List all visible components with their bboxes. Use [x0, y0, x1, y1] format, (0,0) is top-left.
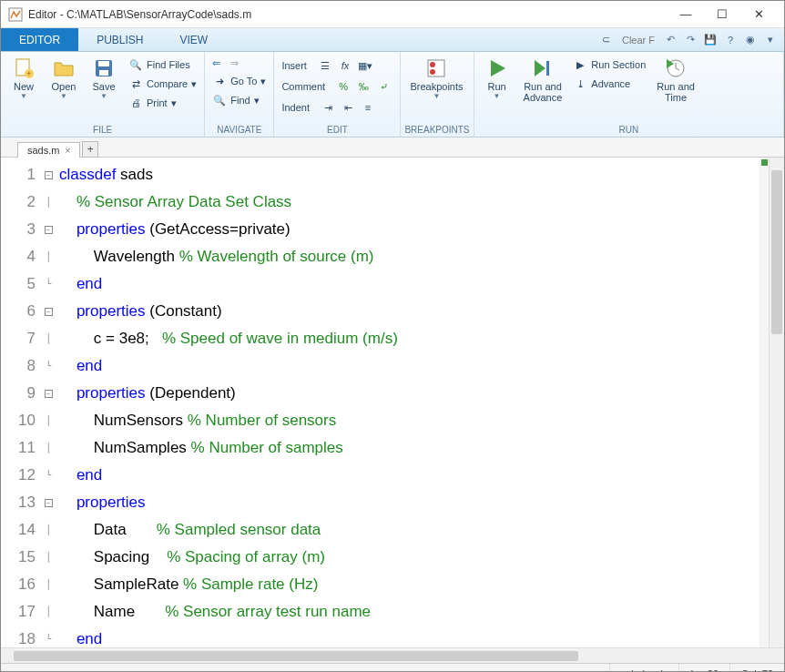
find-files-button[interactable]: 🔍Find Files	[125, 56, 200, 74]
horizontal-scrollbar-thumb[interactable]	[14, 651, 578, 661]
svg-rect-5	[98, 61, 109, 66]
run-section-button[interactable]: ▶Run Section	[569, 56, 649, 74]
comment-row[interactable]: Comment % ‰ ⤶	[278, 76, 396, 97]
svg-marker-10	[491, 60, 505, 76]
open-icon	[53, 57, 75, 79]
search-input[interactable]: Clear F	[618, 34, 658, 46]
arrow-left-icon: ⇐	[212, 57, 220, 69]
line-number-gutter: 123456789101112131415161718	[1, 158, 41, 647]
save-icon[interactable]: 💾	[702, 32, 719, 48]
document-tab-bar: sads.m × +	[1, 137, 784, 158]
tab-publish[interactable]: PUBLISH	[78, 28, 161, 51]
insert-row[interactable]: Insert ☰ fx ▦▾	[278, 56, 396, 76]
svg-text:+: +	[26, 69, 31, 78]
compare-button[interactable]: ⇄Compare ▾	[125, 75, 200, 93]
code-editor[interactable]: 123456789101112131415161718 −│−│└−│└−││└…	[1, 158, 784, 647]
save-button[interactable]: Save▼	[85, 54, 123, 102]
code-indicator-strip	[760, 158, 769, 647]
status-col: Col 73	[729, 664, 784, 672]
nav-back-button[interactable]: ⇐ ⇒	[209, 56, 270, 71]
run-time-icon	[665, 57, 687, 79]
svg-rect-7	[428, 60, 444, 76]
undo-icon[interactable]: ↶	[662, 32, 678, 48]
wrap-comment-icon[interactable]: ⤶	[375, 78, 392, 95]
compare-icon: ⇄	[128, 76, 143, 91]
indent-row[interactable]: Indent ⇥ ⇤ ≡	[278, 97, 396, 117]
ribbon: + New▼ Open▼ Save▼ 🔍Find Files ⇄Compare …	[1, 52, 784, 137]
redo-icon[interactable]: ↷	[682, 32, 698, 48]
run-section-icon: ▶	[573, 57, 587, 72]
save-icon	[93, 57, 115, 79]
advance-icon: ⤓	[573, 76, 587, 91]
outdent-icon[interactable]: ⇤	[340, 99, 356, 116]
find-icon: 🔍	[212, 93, 227, 107]
print-button[interactable]: 🖨Print ▾	[125, 94, 200, 112]
horizontal-scrollbar[interactable]	[1, 647, 784, 663]
close-tab-icon[interactable]: ×	[65, 146, 70, 156]
ribbon-group-edit: Insert ☰ fx ▦▾ Comment % ‰ ⤶ Indent ⇥ ⇤ …	[274, 52, 401, 137]
tab-editor[interactable]: EDITOR	[1, 28, 78, 51]
run-icon	[486, 57, 508, 79]
svg-rect-12	[546, 61, 549, 76]
ribbon-group-breakpoints: Breakpoints▼ BREAKPOINTS	[401, 52, 474, 137]
help-icon[interactable]: ?	[722, 32, 739, 48]
svg-point-8	[430, 62, 435, 67]
fold-gutter[interactable]: −│−│└−│└−││└−││││└	[41, 158, 56, 647]
comment-icon[interactable]: %	[335, 78, 352, 95]
vertical-scrollbar-thumb[interactable]	[771, 170, 782, 334]
goto-icon: ➜	[212, 74, 227, 88]
run-button[interactable]: Run▼	[478, 54, 516, 102]
status-function-path: sads / sads	[609, 664, 679, 672]
maximize-button[interactable]: ☐	[704, 2, 740, 27]
new-button[interactable]: + New▼	[5, 54, 43, 102]
new-icon: +	[13, 57, 35, 79]
ribbon-group-run: Run▼ Run and Advance ▶Run Section ⤓Advan…	[474, 52, 784, 137]
minimize-ribbon-icon[interactable]: ◉	[742, 32, 759, 48]
open-button[interactable]: Open▼	[45, 54, 83, 102]
svg-point-9	[430, 69, 435, 75]
smart-indent-icon[interactable]: ≡	[360, 99, 376, 116]
breakpoints-button[interactable]: Breakpoints▼	[404, 54, 468, 102]
dock-icon[interactable]: ▾	[762, 32, 779, 48]
insert-section-icon[interactable]: ☰	[317, 57, 333, 74]
search-icon[interactable]: ⊂	[598, 32, 615, 48]
goto-button[interactable]: ➜Go To ▾	[209, 72, 270, 90]
ribbon-tabstrip: EDITOR PUBLISH VIEW ⊂ Clear F ↶ ↷ 💾 ? ◉ …	[1, 28, 784, 52]
breakpoints-icon	[425, 57, 447, 79]
status-bar: sads / sads Ln 20 Col 73	[1, 663, 784, 672]
add-tab-button[interactable]: +	[82, 141, 98, 158]
advance-button[interactable]: ⤓Advance	[569, 75, 649, 93]
window-title: Editor - C:\MATLAB\SensorArrayCode\sads.…	[28, 8, 668, 21]
indent-icon[interactable]: ⇥	[320, 99, 336, 116]
run-time-button[interactable]: Run and Time	[651, 54, 700, 105]
run-advance-icon	[532, 57, 554, 79]
arrow-right-icon: ⇒	[230, 57, 239, 69]
run-advance-button[interactable]: Run and Advance	[518, 54, 568, 105]
close-button[interactable]: ✕	[740, 2, 777, 27]
ribbon-group-navigate: ⇐ ⇒ ➜Go To ▾ 🔍Find ▾ NAVIGATE	[205, 52, 274, 137]
insert-fx-icon[interactable]: fx	[337, 57, 353, 74]
status-line: Ln 20	[678, 664, 729, 672]
minimize-button[interactable]: —	[668, 2, 704, 27]
quick-access-toolbar: ⊂ Clear F ↶ ↷ 💾 ? ◉ ▾	[598, 28, 784, 51]
uncomment-icon[interactable]: ‰	[355, 78, 372, 95]
app-icon	[8, 7, 23, 22]
find-files-icon: 🔍	[128, 57, 143, 72]
vertical-scrollbar[interactable]	[769, 158, 784, 647]
print-icon: 🖨	[128, 96, 143, 110]
code-ok-mark	[761, 159, 768, 166]
document-tab[interactable]: sads.m ×	[17, 142, 80, 158]
code-area[interactable]: classdef sads % Sensor Array Data Set Cl…	[56, 158, 760, 647]
svg-rect-6	[99, 70, 108, 76]
title-bar: Editor - C:\MATLAB\SensorArrayCode\sads.…	[1, 1, 784, 28]
find-button[interactable]: 🔍Find ▾	[209, 91, 270, 109]
ribbon-group-file: + New▼ Open▼ Save▼ 🔍Find Files ⇄Compare …	[1, 52, 205, 137]
insert-var-icon[interactable]: ▦▾	[357, 57, 373, 74]
tab-view[interactable]: VIEW	[161, 28, 226, 51]
svg-marker-11	[535, 60, 545, 76]
